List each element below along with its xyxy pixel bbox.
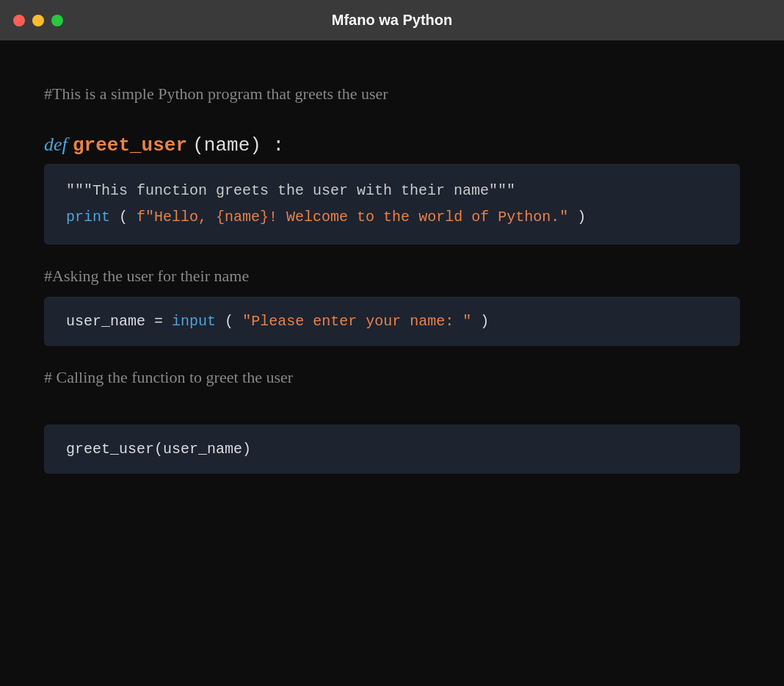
equals-sign: = (154, 313, 172, 330)
def-keyword: def (44, 134, 68, 155)
func-name: greet_user (73, 134, 187, 156)
print-string: f"Hello, {name}! Welcome to the world of… (137, 209, 568, 225)
comment-line-3: # Calling the function to greet the user (44, 368, 740, 387)
input-keyword: input (172, 313, 216, 330)
docstring: """This function greets the user with th… (66, 180, 718, 202)
input-open-paren: ( (225, 313, 233, 330)
func-params: (name) : (192, 134, 284, 156)
close-paren: ) (577, 209, 586, 225)
title-bar: Mfano wa Python (0, 0, 784, 40)
comment-line-2: #Asking the user for their name (44, 267, 740, 286)
var-name: user_name (66, 313, 145, 330)
maximize-button[interactable] (51, 15, 63, 26)
comment-line-1: #This is a simple Python program that gr… (44, 84, 740, 104)
def-line: def greet_user (name) : (44, 133, 740, 156)
traffic-lights (13, 15, 63, 26)
print-line: print ( f"Hello, {name}! Welcome to the … (66, 206, 718, 228)
code-area: #This is a simple Python program that gr… (0, 40, 784, 686)
assignment-line: user_name = input ( "Please enter your n… (66, 313, 718, 330)
function-call-line: greet_user(user_name) (66, 441, 718, 458)
window-title: Mfano wa Python (332, 12, 452, 29)
code-block-3: greet_user(user_name) (44, 425, 740, 474)
code-block-1: """This function greets the user with th… (44, 164, 740, 245)
print-keyword: print (66, 209, 110, 225)
input-string: "Please enter your name: " (242, 313, 471, 330)
code-block-2: user_name = input ( "Please enter your n… (44, 297, 740, 346)
close-button[interactable] (13, 15, 25, 26)
input-close-paren: ) (480, 313, 489, 330)
minimize-button[interactable] (32, 15, 44, 26)
open-paren: ( (119, 209, 128, 225)
partial-line (44, 398, 740, 417)
